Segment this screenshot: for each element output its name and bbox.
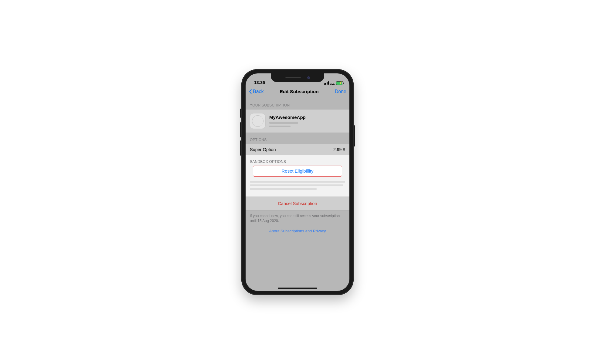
side-button	[354, 125, 355, 147]
cancel-subscription-cell[interactable]: Cancel Subscription	[246, 197, 349, 211]
section-label-options: OPTIONS	[246, 133, 349, 144]
cancel-footer-note: If you cancel now, you can still access …	[246, 211, 349, 229]
option-name: Super Option	[250, 147, 276, 152]
section-label-sandbox: SANDBOX OPTIONS	[246, 155, 349, 166]
volume-up-button	[240, 122, 241, 137]
speaker-grille	[285, 77, 301, 78]
done-button[interactable]: Done	[335, 89, 346, 94]
section-label-subscription: YOUR SUBSCRIPTION	[246, 98, 349, 109]
placeholder-line	[250, 181, 345, 183]
phone-frame: 13:36 ⚡ Back Edit Subscription Done YOUR…	[241, 69, 354, 295]
mute-switch	[240, 109, 241, 118]
placeholder-line	[250, 188, 317, 190]
reset-eligibility-button[interactable]: Reset Eligibillity	[253, 166, 342, 177]
back-label: Back	[253, 89, 264, 94]
reset-eligibility-label: Reset Eligibillity	[281, 168, 313, 174]
notch	[271, 73, 324, 82]
option-price: 2.99 $	[333, 147, 345, 152]
about-subscriptions-link[interactable]: About Subscriptions and Privacy	[246, 229, 349, 241]
cancel-subscription-label: Cancel Subscription	[250, 201, 345, 206]
app-icon	[250, 113, 266, 129]
option-row[interactable]: Super Option 2.99 $	[246, 144, 349, 155]
chevron-left-icon	[249, 89, 252, 94]
subscription-app-cell[interactable]: MyAwesomeApp	[246, 109, 349, 133]
back-button[interactable]: Back	[249, 89, 264, 94]
screen: 13:36 ⚡ Back Edit Subscription Done YOUR…	[246, 73, 349, 291]
volume-down-button	[240, 140, 241, 156]
nav-title: Edit Subscription	[280, 89, 319, 94]
status-time: 13:36	[254, 80, 265, 85]
app-name: MyAwesomeApp	[269, 115, 306, 120]
placeholder-line	[269, 126, 291, 127]
front-camera	[307, 76, 310, 79]
wifi-icon	[330, 81, 335, 85]
nav-bar: Back Edit Subscription Done	[246, 86, 349, 98]
placeholder-line	[269, 122, 298, 124]
home-indicator[interactable]	[278, 288, 317, 289]
placeholder-line	[250, 184, 343, 186]
cellular-signal-icon	[324, 81, 329, 85]
sandbox-section: SANDBOX OPTIONS Reset Eligibillity	[246, 155, 349, 197]
battery-charging-icon: ⚡	[336, 81, 343, 85]
